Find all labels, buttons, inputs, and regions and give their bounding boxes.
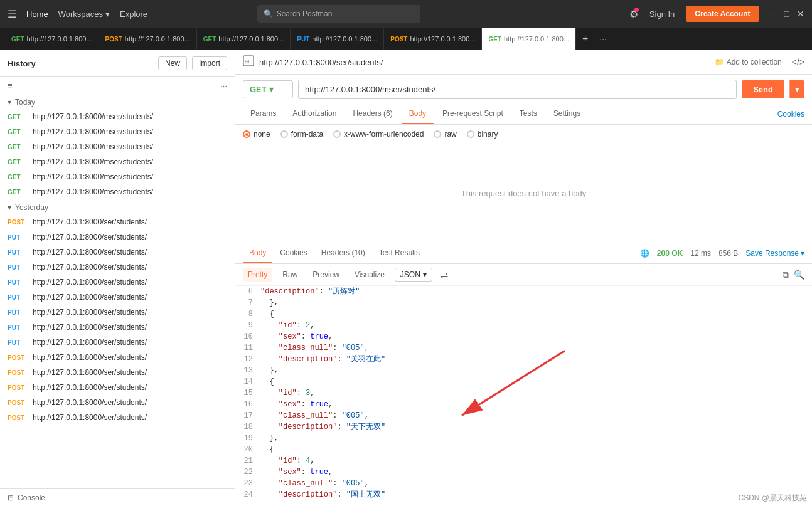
tab-post-2[interactable]: POST http://127.0.0.1:800...: [384, 28, 482, 50]
add-to-collection-button[interactable]: 📁 Add to collection: [710, 55, 787, 69]
method-badge: PUT: [8, 234, 28, 241]
new-tab-button[interactable]: +: [576, 33, 594, 45]
response-format-bar: Pretty Raw Preview Visualize JSON ▾ ⇌ ⧉ …: [235, 264, 812, 286]
nav-right: ⚙ Sign In Create Account ─ □ ✕: [629, 6, 804, 22]
resp-tab-headers[interactable]: Headers (10): [315, 243, 371, 263]
list-item[interactable]: GET http://127.0.0.1:8000/mser/students/: [0, 169, 235, 184]
tab-body[interactable]: Body: [402, 104, 434, 124]
import-button[interactable]: Import: [192, 56, 227, 70]
code-line: 14 {: [235, 376, 812, 387]
response-time: 12 ms: [690, 249, 711, 258]
yesterday-group[interactable]: ▾ Yesterday: [0, 199, 235, 214]
close-button[interactable]: ✕: [797, 9, 804, 19]
search-bar[interactable]: 🔍 Search Postman: [257, 5, 420, 23]
menu-icon[interactable]: ☰: [8, 8, 16, 20]
tab-headers[interactable]: Headers (6): [345, 104, 400, 124]
explore-nav[interactable]: Explore: [120, 9, 147, 19]
code-view[interactable]: 6 "description": "历炼对" 7 }, 8 { 9 "id": …: [235, 286, 812, 506]
tab-get-3[interactable]: GET http://127.0.0.1:800...: [482, 28, 576, 50]
list-item[interactable]: GET http://127.0.0.1:8000/mser/students/: [0, 124, 235, 139]
sidebar-buttons: New Import: [158, 56, 227, 70]
method-badge: PUT: [8, 294, 28, 301]
today-group[interactable]: ▾ Today: [0, 94, 235, 109]
list-item[interactable]: POST http://127.0.0.1:8000/ser/students/: [0, 410, 235, 425]
resp-tab-body[interactable]: Body: [243, 243, 272, 263]
fmt-pretty[interactable]: Pretty: [243, 268, 272, 282]
list-item[interactable]: PUT http://127.0.0.1:8000/ser/students/: [0, 320, 235, 335]
list-item[interactable]: PUT http://127.0.0.1:8000/ser/students/: [0, 229, 235, 245]
more-tabs-button[interactable]: ···: [594, 34, 612, 44]
more-options-icon[interactable]: ···: [220, 81, 227, 90]
console-bar[interactable]: ⊟ Console: [0, 488, 235, 506]
list-item[interactable]: PUT http://127.0.0.1:8000/ser/students/: [0, 245, 235, 260]
tab-authorization[interactable]: Authorization: [285, 104, 344, 124]
request-url: http://127.0.0.1:8000/ser/students/: [33, 308, 147, 317]
list-item[interactable]: POST http://127.0.0.1:8000/ser/students/: [0, 365, 235, 380]
search-icon[interactable]: 🔍: [794, 270, 804, 280]
tab-put-1[interactable]: PUT http://127.0.0.1:800...: [291, 28, 384, 50]
list-item[interactable]: PUT http://127.0.0.1:8000/ser/students/: [0, 275, 235, 290]
tab-post-1[interactable]: POST http://127.0.0.1:800...: [99, 28, 197, 50]
list-item[interactable]: PUT http://127.0.0.1:8000/ser/students/: [0, 260, 235, 275]
no-body-message: This request does not have a body: [235, 144, 812, 243]
tab-settings[interactable]: Settings: [546, 104, 588, 124]
maximize-button[interactable]: □: [784, 9, 789, 19]
send-button[interactable]: Send: [742, 80, 784, 98]
create-account-button[interactable]: Create Account: [686, 6, 759, 22]
tab-prerequest[interactable]: Pre-request Script: [435, 104, 511, 124]
tab-get-2[interactable]: GET http://127.0.0.1:800...: [197, 28, 291, 50]
save-response-button[interactable]: Save Response ▾: [745, 249, 804, 258]
filter-icon[interactable]: ≡: [8, 81, 13, 90]
list-item[interactable]: GET http://127.0.0.1:8000/mser/students/: [0, 154, 235, 169]
fmt-preview[interactable]: Preview: [307, 268, 345, 282]
list-item[interactable]: PUT http://127.0.0.1:8000/ser/students/: [0, 335, 235, 350]
list-item[interactable]: GET http://127.0.0.1:8000/mser/students/: [0, 139, 235, 154]
list-item[interactable]: POST http://127.0.0.1:8000/ser/students/: [0, 350, 235, 365]
list-item[interactable]: POST http://127.0.0.1:8000/ser/students/: [0, 380, 235, 395]
fmt-raw[interactable]: Raw: [277, 268, 302, 282]
request-url: http://127.0.0.1:8000/ser/students/: [33, 383, 147, 392]
code-line: 6 "description": "历炼对": [235, 286, 812, 297]
url-input[interactable]: [298, 80, 737, 99]
resp-tab-cookies[interactable]: Cookies: [274, 243, 313, 263]
method-select[interactable]: GET ▾: [243, 80, 293, 98]
tab-get-1[interactable]: GET http://127.0.0.1:800...: [5, 28, 99, 50]
notification-dot: [634, 8, 639, 12]
resp-tab-testresults[interactable]: Test Results: [373, 243, 426, 263]
cookies-link[interactable]: Cookies: [777, 110, 804, 119]
method-badge: PUT: [8, 249, 28, 256]
method-badge: POST: [8, 354, 28, 361]
list-item[interactable]: GET http://127.0.0.1:8000/mser/students/: [0, 184, 235, 199]
response-tabs: Body Cookies Headers (10) Test Results 🌐…: [235, 243, 812, 264]
tab-tests[interactable]: Tests: [512, 104, 545, 124]
sign-in-button[interactable]: Sign In: [644, 7, 680, 21]
code-line: 17 "class_null": "005",: [235, 410, 812, 421]
settings-icon[interactable]: ⚙: [629, 8, 638, 20]
send-dropdown-button[interactable]: ▾: [789, 80, 804, 98]
copy-icon[interactable]: ⧉: [783, 270, 789, 280]
list-item[interactable]: PUT http://127.0.0.1:8000/ser/students/: [0, 290, 235, 305]
wrap-icon[interactable]: ⇌: [440, 269, 448, 281]
format-select[interactable]: JSON ▾: [395, 268, 432, 282]
tab-method: GET: [203, 36, 216, 43]
new-button[interactable]: New: [158, 56, 187, 70]
tab-params[interactable]: Params: [243, 104, 284, 124]
fmt-visualize[interactable]: Visualize: [350, 268, 390, 282]
body-options: none form-data x-www-form-urlencoded raw…: [235, 125, 812, 144]
chevron-down-icon: ▾: [105, 9, 110, 19]
list-item[interactable]: PUT http://127.0.0.1:8000/ser/students/: [0, 305, 235, 320]
radio-binary[interactable]: binary: [467, 130, 498, 139]
tab-method: POST: [390, 36, 407, 43]
list-item[interactable]: POST http://127.0.0.1:8000/ser/students/: [0, 395, 235, 410]
radio-raw[interactable]: raw: [434, 130, 456, 139]
home-nav[interactable]: Home: [26, 9, 48, 19]
list-item[interactable]: POST http://127.0.0.1:8000/ser/students/: [0, 214, 235, 229]
request-url: http://127.0.0.1:8000/ser/students/: [33, 293, 147, 302]
code-icon[interactable]: </>: [792, 57, 804, 67]
workspaces-nav[interactable]: Workspaces ▾: [58, 9, 110, 19]
radio-form-data[interactable]: form-data: [280, 130, 323, 139]
minimize-button[interactable]: ─: [771, 9, 777, 19]
radio-urlencoded[interactable]: x-www-form-urlencoded: [333, 130, 424, 139]
list-item[interactable]: GET http://127.0.0.1:8000/mser/students/: [0, 109, 235, 124]
radio-none[interactable]: none: [243, 130, 270, 139]
